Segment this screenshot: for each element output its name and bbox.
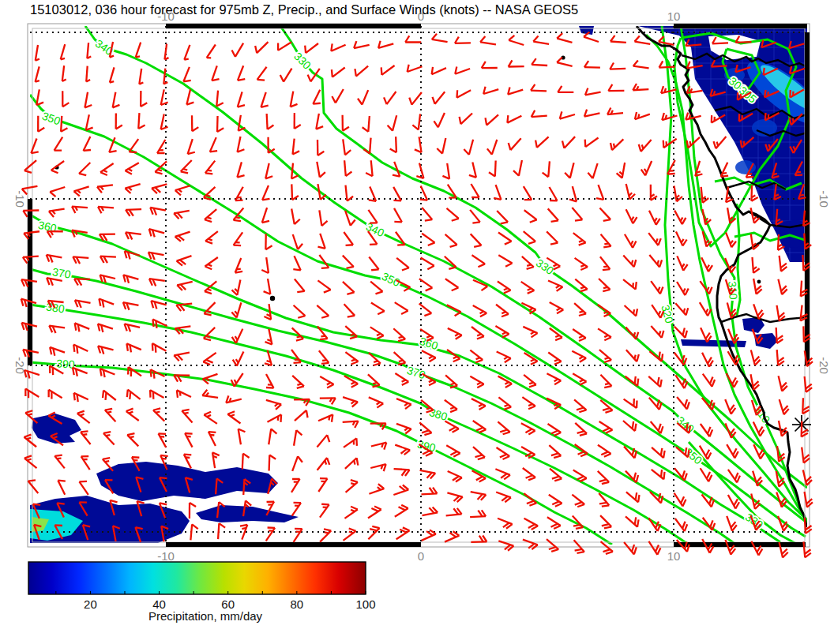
barb-feather (234, 245, 241, 246)
barb-staff (598, 328, 611, 337)
wind-barb (434, 113, 444, 127)
barb-feather (127, 433, 134, 435)
barb-feather (603, 408, 610, 410)
barb-feather (686, 308, 689, 315)
wind-barb (384, 92, 396, 104)
barb-staff (149, 229, 164, 233)
wind-barb (575, 423, 587, 436)
wind-barb (368, 526, 379, 539)
barb-half-feather (793, 118, 794, 122)
barb-staff (470, 376, 483, 384)
barb-staff (21, 279, 37, 282)
barb-staff (753, 257, 753, 273)
barb-staff (291, 479, 300, 492)
barb-half-feather (235, 380, 236, 384)
wind-barb (471, 536, 486, 542)
wind-barb (395, 445, 410, 455)
x-axis-tick-label-bottom: -10 (157, 549, 175, 563)
barb-feather (424, 432, 431, 435)
barb-half-feather (28, 414, 32, 415)
barb-staff (446, 445, 460, 453)
barb-half-feather (236, 269, 240, 270)
barb-feather (526, 475, 533, 478)
wind-barb (190, 503, 196, 519)
wind-barb (181, 160, 192, 173)
wind-barb (573, 329, 586, 341)
barb-feather (475, 360, 483, 362)
wind-barb (50, 187, 65, 197)
barb-feather (460, 117, 461, 124)
barb-staff (547, 373, 561, 380)
wind-barb (547, 517, 561, 529)
wind-barb (674, 326, 687, 337)
barb-staff (370, 282, 382, 292)
barb-staff (28, 481, 39, 493)
wind-barb (624, 399, 637, 408)
barb-feather (24, 455, 32, 458)
barb-staff (455, 69, 470, 74)
wind-barb (701, 187, 709, 203)
barb-feather (185, 433, 192, 434)
barb-feather (660, 287, 663, 294)
barb-half-feather (605, 384, 609, 384)
wind-barb (318, 414, 332, 421)
wind-barb (188, 139, 195, 154)
wind-barb (369, 186, 376, 200)
barb-feather (402, 268, 409, 270)
wind-barb (49, 209, 65, 217)
barb-staff (492, 140, 497, 155)
barb-staff (47, 255, 62, 258)
wind-barb (674, 186, 682, 202)
barb-feather (351, 480, 358, 482)
wind-barb (480, 36, 496, 44)
barb-feather (181, 171, 188, 173)
barb-staff (175, 185, 190, 190)
barb-feather (28, 480, 36, 481)
wind-barb (780, 256, 787, 271)
wind-barb (455, 37, 471, 43)
barb-feather (348, 316, 355, 317)
wind-barb (498, 255, 512, 267)
wind-barb (422, 234, 434, 245)
y-axis-tick-label-left: -20 (13, 357, 27, 374)
wind-barb (600, 515, 611, 528)
barb-feather (657, 548, 660, 555)
barb-feather (634, 473, 636, 480)
colorbar-tick-label: 100 (355, 597, 375, 611)
wind-barb (320, 529, 331, 541)
wind-barb (125, 324, 141, 331)
barb-staff (123, 275, 138, 279)
barb-feather (23, 211, 27, 217)
barb-staff (598, 445, 611, 454)
colorbar-tick-label: 80 (291, 597, 304, 611)
barb-half-feather (633, 332, 635, 336)
wind-barb (446, 208, 458, 221)
x-axis-tick-label-top: -10 (157, 9, 175, 23)
wind-barb (317, 140, 324, 155)
wind-barb (648, 541, 660, 555)
barb-feather (374, 507, 381, 510)
barb-staff (531, 91, 547, 92)
barb-feather (478, 457, 485, 459)
barb-feather (432, 67, 433, 74)
barb-staff (593, 163, 598, 178)
barb-staff (50, 187, 65, 192)
barb-staff (395, 445, 410, 451)
wind-barb (405, 36, 421, 42)
barb-feather (153, 408, 160, 410)
barb-staff (295, 279, 305, 291)
barb-staff (635, 114, 650, 120)
barb-staff (498, 541, 513, 545)
barb-half-feather (129, 412, 133, 414)
wind-barb (208, 432, 216, 446)
wind-barb (239, 429, 246, 445)
barb-half-feather (659, 331, 661, 335)
barb-half-feather (707, 265, 709, 269)
barb-half-feather (477, 335, 481, 336)
wind-barb (81, 456, 90, 470)
wind-barb (203, 353, 216, 365)
barb-feather (266, 388, 273, 388)
barb-half-feather (399, 337, 403, 339)
barb-feather (575, 219, 582, 220)
barb-staff (152, 343, 167, 351)
